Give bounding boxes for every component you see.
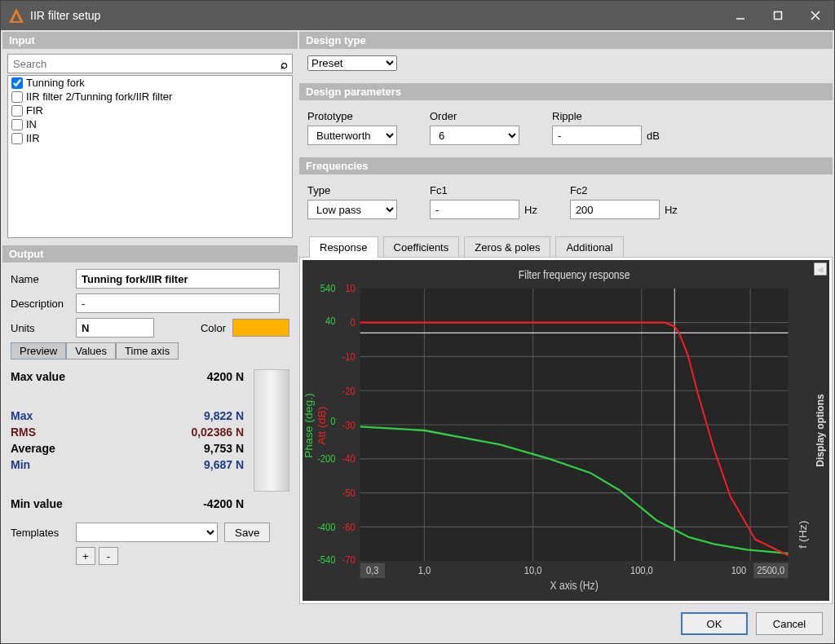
svg-text:100,0: 100,0 [630,565,653,577]
save-template-button[interactable]: Save [224,523,270,542]
maxvalue-value: 4200 N [207,370,244,383]
svg-text:Filter frequency response: Filter frequency response [519,268,630,281]
search-input[interactable] [7,54,293,73]
units-label: Units [11,322,69,334]
svg-text:100: 100 [731,565,747,577]
minvalue-value: -4200 N [203,497,244,510]
svg-text:-400: -400 [317,521,336,533]
titlebar: IIR filter setup [1,1,834,30]
rms-label: RMS [11,426,36,439]
min-label: Min [11,458,30,471]
fc2-input[interactable] [570,200,660,219]
order-select[interactable]: 6 [430,126,519,145]
units-input[interactable] [76,318,154,337]
svg-text:10,0: 10,0 [524,565,542,577]
tab-response[interactable]: Response [309,236,378,258]
maxvalue-label: Max value [11,370,65,383]
frequencies-header: Frequencies [299,157,833,174]
svg-text:Att (dB): Att (dB) [316,407,328,445]
svg-text:-20: -20 [342,385,356,397]
collapse-panel-icon[interactable]: ◀ [814,262,827,276]
design-type-select[interactable]: Preset [307,55,397,71]
level-meter [254,369,289,492]
ripple-input[interactable] [552,126,642,145]
description-input[interactable] [76,293,280,313]
order-label: Order [430,110,519,122]
input-panel: Input ⌕ Tunning fork IIR filter 2/Tunnin… [2,32,298,243]
input-panel-header: Input [2,32,298,49]
fc1-label: Fc1 [430,184,537,196]
close-button[interactable] [797,1,834,30]
channel-checkbox[interactable] [11,133,23,144]
svg-text:540: 540 [320,283,336,295]
minimize-button[interactable] [722,1,759,30]
min-value: 9,687 N [204,458,244,471]
svg-text:X axis (Hz): X axis (Hz) [550,579,598,592]
templates-select[interactable] [76,523,218,542]
chart-panel: Response Coefficients Zeros & poles Addi… [299,232,833,604]
svg-text:2500,0: 2500,0 [757,565,784,577]
channel-checkbox[interactable] [11,119,23,130]
svg-text:-10: -10 [342,351,356,363]
svg-text:-30: -30 [342,419,356,431]
response-chart[interactable]: ◀ Display options [303,260,829,601]
template-remove-button[interactable]: - [99,547,118,565]
list-item: FIR [8,104,292,117]
svg-text:-540: -540 [317,554,336,566]
tab-zeros-poles[interactable]: Zeros & poles [464,236,550,258]
svg-text:0,3: 0,3 [366,565,379,577]
values-button[interactable]: Values [66,342,116,359]
timeaxis-button[interactable]: Time axis [116,342,179,359]
window-title: IIR filter setup [30,9,722,22]
design-type-panel: Design type Preset [299,32,833,81]
design-params-panel: Design parameters Prototype Butterworth … [299,83,833,155]
tab-additional[interactable]: Additional [555,236,623,258]
channel-checkbox[interactable] [11,77,23,89]
color-label: Color [201,322,226,334]
channel-checkbox[interactable] [11,105,23,117]
svg-text:40: 40 [325,315,336,327]
channel-checkbox[interactable] [11,91,23,103]
svg-text:0: 0 [350,317,355,329]
svg-text:-60: -60 [342,521,356,533]
max-value: 9,822 N [204,409,244,422]
template-add-button[interactable]: + [76,547,95,565]
avg-label: Average [11,442,55,455]
list-item: IIR [8,131,292,145]
ripple-label: Ripple [552,110,660,122]
tab-coefficients[interactable]: Coefficients [383,236,460,258]
prototype-label: Prototype [307,110,397,122]
list-item: Tunning fork [8,76,292,90]
color-picker[interactable] [232,319,289,337]
svg-text:1,0: 1,0 [418,565,431,577]
channel-listbox[interactable]: Tunning fork IIR filter 2/Tunning fork/I… [7,75,293,238]
window: IIR filter setup Input ⌕ [0,0,835,644]
filtertype-select[interactable]: Low pass [307,200,397,219]
design-type-header: Design type [299,32,833,49]
output-panel: Output Name Description Units Color [2,245,298,604]
list-item: IN [8,117,292,131]
frequencies-panel: Frequencies Type Low pass Fc1 Hz [299,157,833,229]
preview-button[interactable]: Preview [11,342,66,359]
ripple-unit: dB [647,130,660,142]
fc2-label: Fc2 [570,184,678,196]
svg-text:-50: -50 [342,487,356,500]
design-params-header: Design parameters [299,83,833,100]
name-input[interactable] [76,269,280,289]
maximize-button[interactable] [759,1,797,30]
cancel-button[interactable]: Cancel [756,612,823,635]
rms-value: 0,02386 N [191,426,244,439]
dialog-footer: OK Cancel [1,606,834,643]
svg-text:0: 0 [330,415,335,427]
minvalue-label: Min value [11,497,63,510]
svg-text:10: 10 [345,283,356,295]
channel-label: IN [26,118,37,130]
ok-button[interactable]: OK [681,612,748,635]
fc2-unit: Hz [665,204,678,216]
fc1-unit: Hz [524,204,537,216]
fc1-input[interactable] [430,200,519,219]
prototype-select[interactable]: Butterworth [307,126,397,145]
svg-text:-70: -70 [342,554,356,566]
display-options-button[interactable]: Display options [813,390,828,470]
output-panel-header: Output [2,245,298,262]
